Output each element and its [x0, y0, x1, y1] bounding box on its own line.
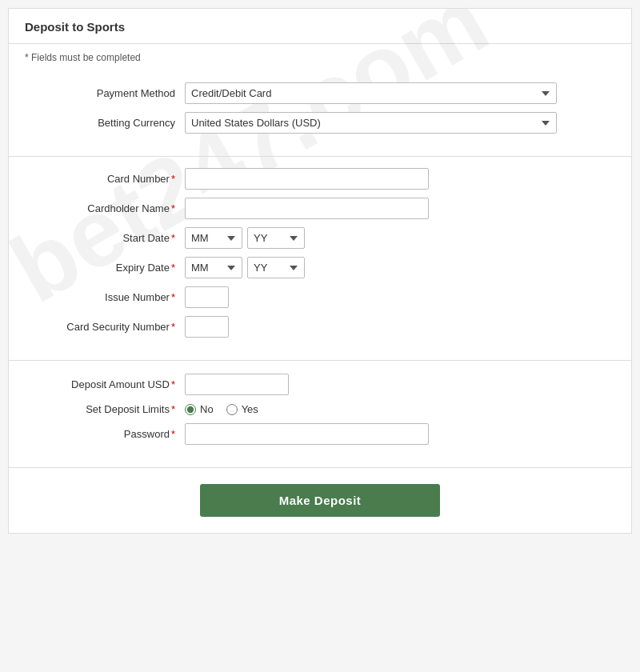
cardholder-name-input[interactable]	[185, 198, 429, 219]
card-number-label: Card Number*	[25, 173, 185, 185]
required-note: * Fields must be completed	[9, 44, 631, 71]
yes-radio-label[interactable]: Yes	[226, 403, 258, 415]
expiry-date-row: Expiry Date* MM 01020304 05060708 091011…	[25, 257, 615, 278]
no-label: No	[200, 403, 214, 415]
card-number-input[interactable]	[185, 168, 429, 190]
no-radio-label[interactable]: No	[185, 403, 214, 415]
deposit-limits-radio-group: No Yes	[185, 403, 258, 415]
payment-method-section: Payment Method Credit/Debit Card Bank Tr…	[9, 71, 631, 157]
issue-number-label: Issue Number*	[25, 291, 185, 303]
yes-label: Yes	[242, 403, 258, 415]
start-date-yy-select[interactable]: YY 20212223 2425	[247, 227, 305, 249]
start-date-group: MM 01020304 05060708 09101112 YY 2021222…	[185, 227, 305, 249]
payment-method-select[interactable]: Credit/Debit Card Bank Transfer PayPal	[185, 82, 557, 104]
main-container: bet247.com Deposit to Sports * Fields mu…	[8, 8, 632, 534]
yes-radio[interactable]	[226, 404, 238, 415]
start-date-mm-select[interactable]: MM 01020304 05060708 09101112	[185, 227, 242, 249]
password-row: Password*	[25, 423, 615, 445]
cardholder-name-label: Cardholder Name*	[25, 202, 185, 214]
betting-currency-label: Betting Currency	[25, 117, 185, 129]
expiry-date-mm-select[interactable]: MM 01020304 05060708 09101112	[185, 257, 242, 278]
card-security-row: Card Security Number*	[25, 316, 615, 338]
issue-number-input[interactable]	[185, 286, 229, 308]
expiry-date-group: MM 01020304 05060708 09101112 YY 2425262…	[185, 257, 305, 278]
password-label: Password*	[25, 428, 185, 440]
issue-number-row: Issue Number*	[25, 286, 615, 308]
card-details-section: Card Number* Cardholder Name* Start Date…	[9, 157, 631, 361]
betting-currency-select[interactable]: United States Dollars (USD) British Poun…	[185, 112, 557, 134]
expiry-date-label: Expiry Date*	[25, 262, 185, 274]
deposit-amount-input[interactable]	[185, 374, 289, 395]
payment-method-row: Payment Method Credit/Debit Card Bank Tr…	[25, 82, 615, 104]
password-input[interactable]	[185, 423, 429, 445]
make-deposit-button[interactable]: Make Deposit	[200, 484, 440, 517]
card-number-row: Card Number*	[25, 168, 615, 190]
cardholder-name-row: Cardholder Name*	[25, 198, 615, 219]
page-title: Deposit to Sports	[9, 9, 631, 44]
button-section: Make Deposit	[9, 468, 631, 533]
start-date-row: Start Date* MM 01020304 05060708 0910111…	[25, 227, 615, 249]
payment-method-label: Payment Method	[25, 87, 185, 99]
deposit-amount-label: Deposit Amount USD*	[25, 378, 185, 390]
start-date-label: Start Date*	[25, 232, 185, 244]
card-security-input[interactable]	[185, 316, 229, 338]
betting-currency-row: Betting Currency United States Dollars (…	[25, 112, 615, 134]
expiry-date-yy-select[interactable]: YY 24252627 282930	[247, 257, 305, 278]
no-radio[interactable]	[185, 404, 196, 415]
set-deposit-limits-label: Set Deposit Limits*	[25, 403, 185, 415]
deposit-section: Deposit Amount USD* Set Deposit Limits* …	[9, 361, 631, 468]
set-deposit-limits-row: Set Deposit Limits* No Yes	[25, 403, 615, 415]
card-security-label: Card Security Number*	[25, 321, 185, 333]
deposit-amount-row: Deposit Amount USD*	[25, 374, 615, 395]
